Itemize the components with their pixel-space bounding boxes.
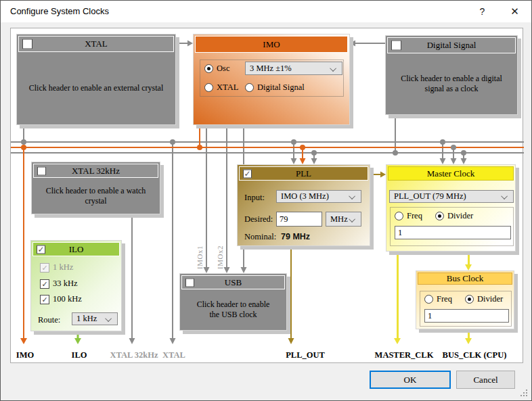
digital-signal-box: Digital Signal Click header to enable a … <box>385 35 518 115</box>
cancel-button[interactable]: Cancel <box>456 371 515 389</box>
green-arrowhead <box>74 338 81 344</box>
imo-digital-label: Digital Signal <box>257 82 305 93</box>
imo-osc-radio[interactable] <box>204 64 213 73</box>
xtal-box: XTAL Click header to enable an external … <box>16 34 176 125</box>
master-clock-header[interactable]: Master Clock <box>388 166 514 181</box>
pll-unit-dropdown[interactable]: MHz <box>326 212 361 227</box>
imo-frequency-dropdown[interactable]: 3 MHz ±1% <box>245 62 342 75</box>
digital-signal-header[interactable]: Digital Signal <box>387 37 516 53</box>
ilo-33khz-label: 33 kHz <box>53 279 77 289</box>
ilo-route-dropdown[interactable]: 1 kHz <box>72 312 118 325</box>
xtal-checkbox[interactable] <box>22 39 32 49</box>
master-source-dropdown[interactable]: PLL_OUT (79 MHz) <box>389 190 514 203</box>
output-label-xtal32: XTAL 32kHz <box>110 350 158 360</box>
imo-osc-radio-row[interactable]: Osc <box>204 64 229 74</box>
output-label-pll-out: PLL_OUT <box>286 350 325 360</box>
bus-divider-input[interactable] <box>424 309 509 323</box>
master-divider-radio[interactable] <box>435 212 444 220</box>
ilo-33khz-checkbox[interactable]: ✓ <box>40 279 49 289</box>
xtal32-hint: Click header to enable a watch crystal <box>33 179 158 212</box>
imo-title: IMO <box>263 39 280 50</box>
wire-label-imox1: IMOx1 <box>196 231 204 269</box>
ilo-100khz-checkbox[interactable]: ✓ <box>40 295 49 304</box>
xtal-header[interactable]: XTAL <box>18 36 174 52</box>
configure-system-clocks-dialog: Configure System Clocks ? ✕ <box>0 0 532 401</box>
imo-xtal-radio[interactable] <box>204 83 213 92</box>
output-label-xtal: XTAL <box>162 350 185 360</box>
bus-clock-box: Bus Clock Freq Divider <box>416 270 514 329</box>
bus-freq-label: Freq <box>437 294 452 304</box>
ilo-100khz-row[interactable]: ✓ 100 kHz <box>40 294 82 304</box>
titlebar: Configure System Clocks ? ✕ <box>1 1 531 22</box>
ilo-route-label: Route: <box>38 315 60 325</box>
imo-xtal-label: XTAL <box>217 82 238 93</box>
master-freq-radio[interactable] <box>395 212 403 220</box>
imo-xtal-radio-row[interactable]: XTAL <box>204 82 238 93</box>
pll-nominal-value: 79 MHz <box>281 232 310 241</box>
help-icon[interactable]: ? <box>467 1 497 22</box>
master-divider-input[interactable] <box>395 226 511 239</box>
pll-checkbox[interactable]: ✓ <box>243 169 252 178</box>
pll-header[interactable]: ✓ PLL <box>239 166 368 181</box>
imo-box: IMO Osc 3 MHz ±1% XTAL Digital Signal <box>193 34 350 125</box>
output-label-ilo: ILO <box>72 350 87 360</box>
bus-clock-title: Bus Clock <box>447 273 484 284</box>
imo-digital-radio-row[interactable]: Digital Signal <box>245 82 305 93</box>
ilo-route-value: 1 kHz <box>76 314 97 324</box>
close-icon[interactable]: ✕ <box>500 1 530 22</box>
bus-freq-radio[interactable] <box>424 295 433 304</box>
usb-box: USB Click header to enable the USB clock <box>179 273 287 331</box>
pll-unit-value: MHz <box>330 214 348 225</box>
imo-osc-label: Osc <box>217 64 229 74</box>
ilo-1khz-checkbox[interactable]: ✓ <box>40 263 49 273</box>
xtal32-box: XTAL 32kHz Click header to enable a watc… <box>31 162 160 214</box>
xtal32-header[interactable]: XTAL 32kHz <box>33 164 158 178</box>
ilo-checkbox[interactable]: ✓ <box>37 245 45 254</box>
digital-signal-checkbox[interactable] <box>391 41 401 51</box>
output-label-bus-clk: BUS_CLK (CPU) <box>443 350 507 360</box>
clock-diagram-panel: IMOx1 IMOx2 XTAL Click header to enable … <box>10 28 523 363</box>
chevron-down-icon <box>349 193 355 200</box>
pll-input-dropdown[interactable]: IMO (3 MHz) <box>276 190 361 203</box>
digital-signal-hint: Click header to enable a digital signal … <box>387 55 516 113</box>
imo-frequency-value: 3 MHz ±1% <box>250 64 292 74</box>
usb-checkbox[interactable] <box>185 278 194 287</box>
ilo-header[interactable]: ✓ ILO <box>32 242 120 256</box>
chevron-down-icon <box>501 193 508 200</box>
pll-input-value: IMO (3 MHz) <box>281 191 329 202</box>
bus-freq-row[interactable]: Freq <box>424 294 452 304</box>
master-divider-row[interactable]: Divider <box>435 211 473 221</box>
digital-signal-title: Digital Signal <box>427 40 476 51</box>
ilo-box: ✓ ILO ✓ 1 kHz ✓ 33 kHz ✓ 100 kHz Route: … <box>30 240 122 331</box>
pll-desired-label: Desired: <box>244 214 273 225</box>
chevron-down-icon <box>349 216 355 222</box>
ilo-1khz-row[interactable]: ✓ 1 kHz <box>40 262 73 273</box>
chevron-down-icon <box>330 65 336 72</box>
imo-header[interactable]: IMO <box>195 36 348 53</box>
imo-digital-radio[interactable] <box>245 83 254 92</box>
usb-header[interactable]: USB <box>181 275 285 289</box>
master-freq-row[interactable]: Freq <box>395 211 422 221</box>
bus-divider-label: Divider <box>477 294 503 304</box>
xtal-hint: Click header to enable an external cryst… <box>18 53 174 123</box>
pll-nominal-label: Nominal: <box>244 232 276 242</box>
xtal32-checkbox[interactable] <box>37 166 46 175</box>
ilo-100khz-label: 100 kHz <box>53 294 82 304</box>
xtal32-title: XTAL 32kHz <box>72 166 120 176</box>
ok-button[interactable]: OK <box>370 371 451 389</box>
pll-box: ✓ PLL Input: IMO (3 MHz) Desired: MHz No… <box>237 164 370 246</box>
output-label-master-clk: MASTER_CLK <box>375 350 434 360</box>
wire-label-imox2: IMOx2 <box>216 231 224 269</box>
ilo-1khz-label: 1 kHz <box>53 262 73 273</box>
output-label-imo: IMO <box>16 350 34 360</box>
ilo-33khz-row[interactable]: ✓ 33 kHz <box>40 279 77 289</box>
pll-input-label: Input: <box>244 193 265 203</box>
bus-divider-radio[interactable] <box>465 295 474 304</box>
chevron-down-icon <box>105 316 112 323</box>
bus-divider-row[interactable]: Divider <box>465 294 503 304</box>
pll-desired-input[interactable] <box>276 212 322 227</box>
resize-grip-icon[interactable] <box>526 395 527 396</box>
bus-clock-header[interactable]: Bus Clock <box>418 273 512 285</box>
master-clock-title: Master Clock <box>427 168 474 179</box>
master-freq-label: Freq <box>407 211 422 221</box>
